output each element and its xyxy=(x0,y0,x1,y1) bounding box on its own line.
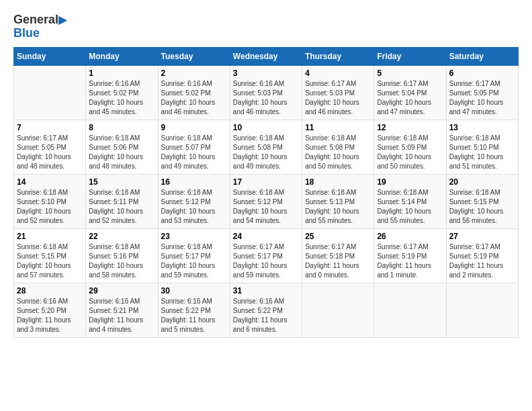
day-number: 9 xyxy=(161,123,227,132)
calendar-cell: 8Sunrise: 6:18 AMSunset: 5:06 PMDaylight… xyxy=(86,120,158,174)
calendar-cell: 18Sunrise: 6:18 AMSunset: 5:13 PMDayligh… xyxy=(302,174,374,228)
day-number: 8 xyxy=(89,123,154,132)
calendar-cell: 19Sunrise: 6:18 AMSunset: 5:14 PMDayligh… xyxy=(374,174,446,228)
day-info: Sunrise: 6:18 AMSunset: 5:17 PMDaylight:… xyxy=(161,242,227,280)
day-number: 24 xyxy=(233,232,299,241)
calendar-cell: 15Sunrise: 6:18 AMSunset: 5:11 PMDayligh… xyxy=(86,174,158,228)
day-info: Sunrise: 6:16 AMSunset: 5:22 PMDaylight:… xyxy=(161,297,227,334)
calendar-cell xyxy=(374,283,446,337)
calendar-cell: 22Sunrise: 6:18 AMSunset: 5:16 PMDayligh… xyxy=(86,228,158,283)
calendar-cell: 29Sunrise: 6:16 AMSunset: 5:21 PMDayligh… xyxy=(86,283,158,337)
day-number: 18 xyxy=(305,177,371,187)
calendar-cell: 4Sunrise: 6:17 AMSunset: 5:03 PMDaylight… xyxy=(302,65,374,120)
day-number: 6 xyxy=(449,68,515,78)
day-info: Sunrise: 6:18 AMSunset: 5:09 PMDaylight:… xyxy=(377,134,443,171)
day-number: 21 xyxy=(17,232,83,241)
day-info: Sunrise: 6:16 AMSunset: 5:20 PMDaylight:… xyxy=(17,297,83,334)
day-number: 20 xyxy=(449,177,515,187)
calendar-cell: 5Sunrise: 6:17 AMSunset: 5:04 PMDaylight… xyxy=(374,65,446,120)
calendar-cell: 27Sunrise: 6:17 AMSunset: 5:19 PMDayligh… xyxy=(446,228,518,283)
day-info: Sunrise: 6:16 AMSunset: 5:22 PMDaylight:… xyxy=(233,297,299,334)
day-info: Sunrise: 6:17 AMSunset: 5:03 PMDaylight:… xyxy=(305,79,371,117)
day-number: 25 xyxy=(305,232,371,241)
day-number: 1 xyxy=(89,68,154,78)
weekday-header-thursday: Thursday xyxy=(302,47,374,65)
day-info: Sunrise: 6:18 AMSunset: 5:06 PMDaylight:… xyxy=(89,134,154,171)
day-number: 22 xyxy=(89,232,154,241)
day-number: 27 xyxy=(449,232,515,241)
calendar-week-1: 1Sunrise: 6:16 AMSunset: 5:02 PMDaylight… xyxy=(14,65,519,120)
calendar-cell: 2Sunrise: 6:16 AMSunset: 5:02 PMDaylight… xyxy=(158,65,230,120)
calendar-cell: 10Sunrise: 6:18 AMSunset: 5:08 PMDayligh… xyxy=(230,120,302,174)
day-number: 15 xyxy=(89,177,154,187)
day-info: Sunrise: 6:16 AMSunset: 5:03 PMDaylight:… xyxy=(233,79,299,117)
day-number: 26 xyxy=(377,232,443,241)
day-info: Sunrise: 6:18 AMSunset: 5:07 PMDaylight:… xyxy=(161,134,227,171)
day-number: 23 xyxy=(161,232,227,241)
day-number: 29 xyxy=(89,286,154,295)
calendar-cell: 16Sunrise: 6:18 AMSunset: 5:12 PMDayligh… xyxy=(158,174,230,228)
day-number: 3 xyxy=(233,68,299,78)
day-number: 2 xyxy=(161,68,227,78)
page-header: General▶ Blue xyxy=(13,13,519,40)
day-info: Sunrise: 6:17 AMSunset: 5:19 PMDaylight:… xyxy=(449,242,515,280)
day-info: Sunrise: 6:18 AMSunset: 5:08 PMDaylight:… xyxy=(233,134,299,171)
day-info: Sunrise: 6:17 AMSunset: 5:19 PMDaylight:… xyxy=(377,242,443,280)
day-info: Sunrise: 6:18 AMSunset: 5:10 PMDaylight:… xyxy=(17,188,83,226)
weekday-header-wednesday: Wednesday xyxy=(230,47,302,65)
weekday-header-friday: Friday xyxy=(374,47,446,65)
day-info: Sunrise: 6:18 AMSunset: 5:14 PMDaylight:… xyxy=(377,188,443,226)
day-info: Sunrise: 6:18 AMSunset: 5:16 PMDaylight:… xyxy=(89,242,154,280)
day-number: 19 xyxy=(377,177,443,187)
day-info: Sunrise: 6:17 AMSunset: 5:18 PMDaylight:… xyxy=(305,242,371,280)
day-number: 28 xyxy=(17,286,83,295)
calendar-cell: 6Sunrise: 6:17 AMSunset: 5:05 PMDaylight… xyxy=(446,65,518,120)
calendar-cell xyxy=(446,283,518,337)
day-number: 16 xyxy=(161,177,227,187)
weekday-header-tuesday: Tuesday xyxy=(158,47,230,65)
calendar-cell xyxy=(14,65,86,120)
day-number: 13 xyxy=(449,123,515,132)
calendar-week-5: 28Sunrise: 6:16 AMSunset: 5:20 PMDayligh… xyxy=(14,283,519,337)
day-info: Sunrise: 6:18 AMSunset: 5:13 PMDaylight:… xyxy=(305,188,371,226)
day-info: Sunrise: 6:17 AMSunset: 5:04 PMDaylight:… xyxy=(377,79,443,117)
day-number: 4 xyxy=(305,68,371,78)
day-number: 7 xyxy=(17,123,83,132)
day-info: Sunrise: 6:18 AMSunset: 5:10 PMDaylight:… xyxy=(449,134,515,171)
day-info: Sunrise: 6:18 AMSunset: 5:12 PMDaylight:… xyxy=(233,188,299,226)
day-info: Sunrise: 6:18 AMSunset: 5:11 PMDaylight:… xyxy=(89,188,154,226)
day-info: Sunrise: 6:18 AMSunset: 5:08 PMDaylight:… xyxy=(305,134,371,171)
day-info: Sunrise: 6:18 AMSunset: 5:15 PMDaylight:… xyxy=(17,242,83,280)
calendar-cell: 21Sunrise: 6:18 AMSunset: 5:15 PMDayligh… xyxy=(14,228,86,283)
day-number: 14 xyxy=(17,177,83,187)
calendar-cell: 11Sunrise: 6:18 AMSunset: 5:08 PMDayligh… xyxy=(302,120,374,174)
day-info: Sunrise: 6:18 AMSunset: 5:12 PMDaylight:… xyxy=(161,188,227,226)
calendar-cell: 20Sunrise: 6:18 AMSunset: 5:15 PMDayligh… xyxy=(446,174,518,228)
day-info: Sunrise: 6:16 AMSunset: 5:02 PMDaylight:… xyxy=(161,79,227,117)
calendar-cell: 13Sunrise: 6:18 AMSunset: 5:10 PMDayligh… xyxy=(446,120,518,174)
day-number: 5 xyxy=(377,68,443,78)
calendar-cell: 1Sunrise: 6:16 AMSunset: 5:02 PMDaylight… xyxy=(86,65,158,120)
day-number: 11 xyxy=(305,123,371,132)
day-number: 30 xyxy=(161,286,227,295)
weekday-header-row: SundayMondayTuesdayWednesdayThursdayFrid… xyxy=(14,47,519,65)
calendar-week-2: 7Sunrise: 6:17 AMSunset: 5:05 PMDaylight… xyxy=(14,120,519,174)
calendar-cell: 24Sunrise: 6:17 AMSunset: 5:17 PMDayligh… xyxy=(230,228,302,283)
day-info: Sunrise: 6:17 AMSunset: 5:17 PMDaylight:… xyxy=(233,242,299,280)
calendar-table: SundayMondayTuesdayWednesdayThursdayFrid… xyxy=(13,47,519,338)
weekday-header-monday: Monday xyxy=(86,47,158,65)
calendar-cell: 3Sunrise: 6:16 AMSunset: 5:03 PMDaylight… xyxy=(230,65,302,120)
calendar-cell xyxy=(302,283,374,337)
day-number: 10 xyxy=(233,123,299,132)
calendar-cell: 14Sunrise: 6:18 AMSunset: 5:10 PMDayligh… xyxy=(14,174,86,228)
calendar-cell: 31Sunrise: 6:16 AMSunset: 5:22 PMDayligh… xyxy=(230,283,302,337)
weekday-header-saturday: Saturday xyxy=(446,47,518,65)
calendar-week-3: 14Sunrise: 6:18 AMSunset: 5:10 PMDayligh… xyxy=(14,174,519,228)
day-number: 12 xyxy=(377,123,443,132)
day-number: 31 xyxy=(233,286,299,295)
calendar-cell: 9Sunrise: 6:18 AMSunset: 5:07 PMDaylight… xyxy=(158,120,230,174)
day-info: Sunrise: 6:17 AMSunset: 5:05 PMDaylight:… xyxy=(17,134,83,171)
calendar-cell: 26Sunrise: 6:17 AMSunset: 5:19 PMDayligh… xyxy=(374,228,446,283)
calendar-header: SundayMondayTuesdayWednesdayThursdayFrid… xyxy=(14,47,519,65)
calendar-cell: 17Sunrise: 6:18 AMSunset: 5:12 PMDayligh… xyxy=(230,174,302,228)
